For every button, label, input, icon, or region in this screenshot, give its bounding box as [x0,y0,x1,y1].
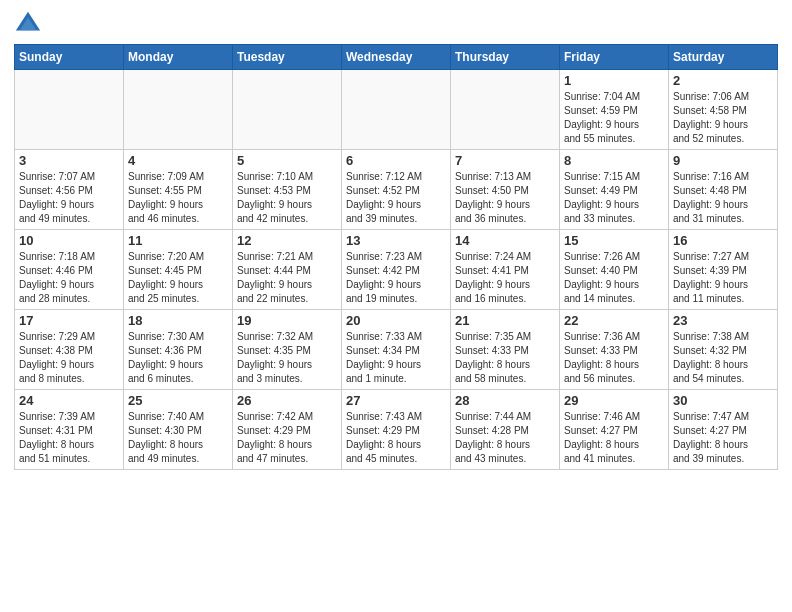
day-info: Sunrise: 7:40 AM Sunset: 4:30 PM Dayligh… [128,410,228,466]
calendar-cell: 22Sunrise: 7:36 AM Sunset: 4:33 PM Dayli… [560,310,669,390]
calendar-cell: 18Sunrise: 7:30 AM Sunset: 4:36 PM Dayli… [124,310,233,390]
weekday-header-tuesday: Tuesday [233,45,342,70]
day-info: Sunrise: 7:07 AM Sunset: 4:56 PM Dayligh… [19,170,119,226]
header [14,10,778,38]
day-info: Sunrise: 7:30 AM Sunset: 4:36 PM Dayligh… [128,330,228,386]
calendar-cell: 11Sunrise: 7:20 AM Sunset: 4:45 PM Dayli… [124,230,233,310]
day-number: 27 [346,393,446,408]
day-number: 16 [673,233,773,248]
day-number: 11 [128,233,228,248]
calendar-cell: 26Sunrise: 7:42 AM Sunset: 4:29 PM Dayli… [233,390,342,470]
calendar-cell: 25Sunrise: 7:40 AM Sunset: 4:30 PM Dayli… [124,390,233,470]
day-number: 14 [455,233,555,248]
day-info: Sunrise: 7:27 AM Sunset: 4:39 PM Dayligh… [673,250,773,306]
day-info: Sunrise: 7:04 AM Sunset: 4:59 PM Dayligh… [564,90,664,146]
day-info: Sunrise: 7:36 AM Sunset: 4:33 PM Dayligh… [564,330,664,386]
day-number: 28 [455,393,555,408]
day-info: Sunrise: 7:09 AM Sunset: 4:55 PM Dayligh… [128,170,228,226]
day-number: 15 [564,233,664,248]
day-info: Sunrise: 7:42 AM Sunset: 4:29 PM Dayligh… [237,410,337,466]
day-number: 1 [564,73,664,88]
day-number: 12 [237,233,337,248]
page: SundayMondayTuesdayWednesdayThursdayFrid… [0,0,792,612]
weekday-header-friday: Friday [560,45,669,70]
week-row-2: 10Sunrise: 7:18 AM Sunset: 4:46 PM Dayli… [15,230,778,310]
day-info: Sunrise: 7:16 AM Sunset: 4:48 PM Dayligh… [673,170,773,226]
day-info: Sunrise: 7:12 AM Sunset: 4:52 PM Dayligh… [346,170,446,226]
calendar-cell: 27Sunrise: 7:43 AM Sunset: 4:29 PM Dayli… [342,390,451,470]
day-info: Sunrise: 7:13 AM Sunset: 4:50 PM Dayligh… [455,170,555,226]
day-number: 13 [346,233,446,248]
calendar-cell: 23Sunrise: 7:38 AM Sunset: 4:32 PM Dayli… [669,310,778,390]
day-number: 20 [346,313,446,328]
calendar-cell: 3Sunrise: 7:07 AM Sunset: 4:56 PM Daylig… [15,150,124,230]
calendar-cell: 12Sunrise: 7:21 AM Sunset: 4:44 PM Dayli… [233,230,342,310]
day-number: 21 [455,313,555,328]
calendar-header: SundayMondayTuesdayWednesdayThursdayFrid… [15,45,778,70]
calendar-cell: 14Sunrise: 7:24 AM Sunset: 4:41 PM Dayli… [451,230,560,310]
day-number: 10 [19,233,119,248]
day-info: Sunrise: 7:29 AM Sunset: 4:38 PM Dayligh… [19,330,119,386]
day-info: Sunrise: 7:44 AM Sunset: 4:28 PM Dayligh… [455,410,555,466]
day-number: 4 [128,153,228,168]
day-number: 18 [128,313,228,328]
calendar-body: 1Sunrise: 7:04 AM Sunset: 4:59 PM Daylig… [15,70,778,470]
calendar-cell: 5Sunrise: 7:10 AM Sunset: 4:53 PM Daylig… [233,150,342,230]
day-number: 23 [673,313,773,328]
weekday-header-thursday: Thursday [451,45,560,70]
day-info: Sunrise: 7:26 AM Sunset: 4:40 PM Dayligh… [564,250,664,306]
day-number: 26 [237,393,337,408]
weekday-header-sunday: Sunday [15,45,124,70]
day-number: 29 [564,393,664,408]
calendar-cell: 24Sunrise: 7:39 AM Sunset: 4:31 PM Dayli… [15,390,124,470]
day-info: Sunrise: 7:18 AM Sunset: 4:46 PM Dayligh… [19,250,119,306]
calendar-cell [451,70,560,150]
day-number: 7 [455,153,555,168]
day-info: Sunrise: 7:38 AM Sunset: 4:32 PM Dayligh… [673,330,773,386]
weekday-header-wednesday: Wednesday [342,45,451,70]
day-info: Sunrise: 7:43 AM Sunset: 4:29 PM Dayligh… [346,410,446,466]
day-info: Sunrise: 7:39 AM Sunset: 4:31 PM Dayligh… [19,410,119,466]
calendar-cell: 6Sunrise: 7:12 AM Sunset: 4:52 PM Daylig… [342,150,451,230]
calendar-cell: 16Sunrise: 7:27 AM Sunset: 4:39 PM Dayli… [669,230,778,310]
day-info: Sunrise: 7:32 AM Sunset: 4:35 PM Dayligh… [237,330,337,386]
day-number: 19 [237,313,337,328]
day-info: Sunrise: 7:06 AM Sunset: 4:58 PM Dayligh… [673,90,773,146]
calendar-cell: 30Sunrise: 7:47 AM Sunset: 4:27 PM Dayli… [669,390,778,470]
day-info: Sunrise: 7:10 AM Sunset: 4:53 PM Dayligh… [237,170,337,226]
day-number: 3 [19,153,119,168]
day-info: Sunrise: 7:23 AM Sunset: 4:42 PM Dayligh… [346,250,446,306]
day-number: 22 [564,313,664,328]
calendar-cell: 4Sunrise: 7:09 AM Sunset: 4:55 PM Daylig… [124,150,233,230]
day-info: Sunrise: 7:47 AM Sunset: 4:27 PM Dayligh… [673,410,773,466]
day-number: 30 [673,393,773,408]
calendar-cell: 20Sunrise: 7:33 AM Sunset: 4:34 PM Dayli… [342,310,451,390]
logo [14,10,46,38]
weekday-row: SundayMondayTuesdayWednesdayThursdayFrid… [15,45,778,70]
calendar-cell [342,70,451,150]
day-number: 5 [237,153,337,168]
day-number: 8 [564,153,664,168]
week-row-1: 3Sunrise: 7:07 AM Sunset: 4:56 PM Daylig… [15,150,778,230]
day-info: Sunrise: 7:15 AM Sunset: 4:49 PM Dayligh… [564,170,664,226]
day-info: Sunrise: 7:33 AM Sunset: 4:34 PM Dayligh… [346,330,446,386]
day-number: 6 [346,153,446,168]
day-info: Sunrise: 7:24 AM Sunset: 4:41 PM Dayligh… [455,250,555,306]
day-info: Sunrise: 7:21 AM Sunset: 4:44 PM Dayligh… [237,250,337,306]
weekday-header-monday: Monday [124,45,233,70]
day-info: Sunrise: 7:20 AM Sunset: 4:45 PM Dayligh… [128,250,228,306]
calendar-cell: 10Sunrise: 7:18 AM Sunset: 4:46 PM Dayli… [15,230,124,310]
logo-icon [14,10,42,38]
week-row-3: 17Sunrise: 7:29 AM Sunset: 4:38 PM Dayli… [15,310,778,390]
weekday-header-saturday: Saturday [669,45,778,70]
calendar-cell [124,70,233,150]
calendar-cell: 28Sunrise: 7:44 AM Sunset: 4:28 PM Dayli… [451,390,560,470]
calendar-cell: 19Sunrise: 7:32 AM Sunset: 4:35 PM Dayli… [233,310,342,390]
calendar-cell: 13Sunrise: 7:23 AM Sunset: 4:42 PM Dayli… [342,230,451,310]
day-number: 25 [128,393,228,408]
calendar-cell [233,70,342,150]
calendar-cell: 2Sunrise: 7:06 AM Sunset: 4:58 PM Daylig… [669,70,778,150]
day-info: Sunrise: 7:46 AM Sunset: 4:27 PM Dayligh… [564,410,664,466]
day-number: 17 [19,313,119,328]
calendar-cell: 15Sunrise: 7:26 AM Sunset: 4:40 PM Dayli… [560,230,669,310]
